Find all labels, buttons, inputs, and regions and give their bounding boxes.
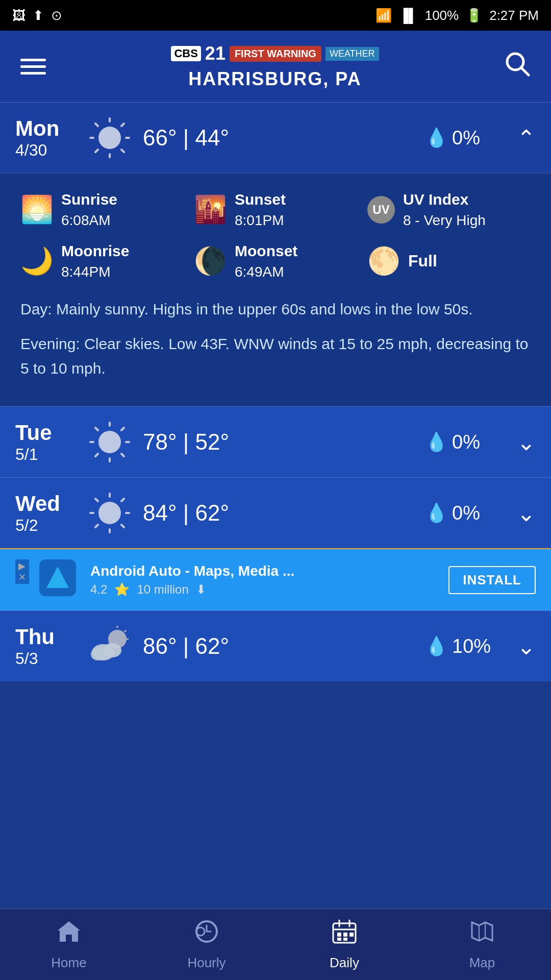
day-row-tuesday[interactable]: Tue 5/1 78° | 52° 💧 0% ⌄ [0,406,551,477]
sun-moon-grid: 🌅 Sunrise 6:08AM 🌇 Sunset 8:01PM UV UV I… [20,189,531,282]
nav-home[interactable]: Home [0,909,138,980]
menu-line-1 [20,59,46,61]
nav-daily[interactable]: Daily [276,909,413,980]
chevron-tuesday[interactable]: ⌄ [517,429,536,455]
ad-downloads: 10 million [137,582,188,597]
sunrise-icon: 🌅 [20,194,53,225]
evening-description: Evening: Clear skies. Low 43F. WNW winds… [20,332,531,381]
svg-line-18 [121,428,124,430]
day-label-wednesday: Wed 5/2 [15,492,77,535]
map-icon [469,918,495,951]
svg-line-10 [95,150,98,152]
weather-icon-thursday [87,623,133,669]
sunset-time: 8:01PM [235,210,286,230]
sync-icon: ⊙ [51,8,62,23]
precip-value-tuesday: 0% [452,431,480,453]
drop-icon-wednesday: 💧 [425,502,448,524]
svg-rect-48 [337,938,341,941]
temps-wednesday: 84° | 62° [143,500,415,526]
city-name: HARRISBURG, PA [188,68,361,90]
weather-icon-tuesday [87,419,133,465]
svg-line-1 [521,68,529,75]
nav-map-label: Map [469,955,495,971]
weather-icon-wednesday [87,490,133,536]
day-details-monday: 🌅 Sunrise 6:08AM 🌇 Sunset 8:01PM UV UV I… [0,173,551,406]
time-display: 2:27 PM [489,8,539,23]
svg-point-37 [91,648,105,660]
day-name-tuesday: Tue [15,421,77,445]
menu-line-2 [20,65,46,68]
moonrise-icon: 🌙 [20,246,53,277]
ad-title: Android Auto - Maps, Media ... [90,563,438,579]
search-button[interactable] [504,51,531,83]
day-date-thursday: 5/3 [15,649,77,668]
day-date-tuesday: 5/1 [15,445,77,464]
precip-value-monday: 0% [452,127,480,149]
photo-icon: 🖼 [12,8,26,23]
svg-line-27 [121,499,124,501]
svg-line-17 [121,454,124,456]
uv-item: UV UV Index 8 - Very High [367,189,531,230]
moonrise-item: 🌙 Moonrise 8:44PM [20,240,184,282]
status-bar: 🖼 ⬆ ⊙ 📶 ▐▌ 100% 🔋 2:27 PM [0,0,551,31]
svg-line-7 [95,124,98,126]
battery-text: 100% [425,8,459,23]
high-temp-thursday: 86° [143,633,177,658]
menu-button[interactable] [20,59,46,75]
temp-separator: | [183,125,195,150]
day-desc-text: Day: Mainly sunny. Highs in the upper 60… [20,297,531,322]
svg-point-20 [98,502,121,524]
moonset-icon: 🌘 [194,246,227,277]
svg-line-28 [95,525,98,527]
precip-value-thursday: 10% [452,635,491,657]
svg-marker-38 [58,921,80,942]
precip-wednesday: 💧 0% [425,502,507,524]
day-row-wednesday[interactable]: Wed 5/2 84° | 62° 💧 0% ⌄ [0,477,551,548]
channel-number: 21 [205,43,226,64]
temps-tuesday: 78° | 52° [143,429,415,455]
precip-tuesday: 💧 0% [425,431,507,453]
low-temp-monday: 44° [195,125,229,150]
chevron-monday[interactable]: ⌃ [517,125,536,151]
ad-sub: 4.2 ⭐ 10 million ⬇ [90,582,438,597]
ad-info: Android Auto - Maps, Media ... 4.2 ⭐ 10 … [90,563,438,597]
day-label-thursday: Thu 5/3 [15,625,77,668]
high-temp-wednesday: 84° [143,500,177,525]
drop-icon-monday: 💧 [425,127,448,149]
temps-monday: 66° | 44° [143,125,415,151]
precip-monday: 💧 0% [425,127,507,149]
moon-phase-item: 🌕 Full [367,240,531,282]
logo-badge: CBS 21 FIRST WARNING WEATHER [171,43,379,64]
precip-value-wednesday: 0% [452,502,480,524]
day-row-monday[interactable]: Mon 4/30 66° | 44° 💧 0% ⌃ [0,102,551,173]
day-description: Day: Mainly sunny. Highs in the upper 60… [20,297,531,322]
nav-hourly[interactable]: Hourly [138,909,276,980]
svg-line-25 [95,499,98,501]
day-name-wednesday: Wed [15,492,77,516]
svg-line-9 [121,124,124,126]
hourly-icon [193,918,220,951]
nav-map[interactable]: Map [413,909,551,980]
download-icon: ⬇ [196,582,206,597]
ad-banner[interactable]: ▶✕ Android Auto - Maps, Media ... 4.2 ⭐ … [0,548,551,610]
svg-point-36 [103,643,121,657]
high-temp-monday: 66° [143,125,177,150]
daily-icon [331,918,358,951]
svg-point-11 [98,431,121,453]
temps-thursday: 86° | 62° [143,633,415,659]
chevron-thursday[interactable]: ⌄ [517,633,536,659]
chevron-wednesday[interactable]: ⌄ [517,500,536,526]
sunrise-time: 6:08AM [61,210,117,230]
svg-marker-50 [472,922,492,941]
temp-sep-thu: | [183,633,195,658]
day-date-wednesday: 5/2 [15,516,77,535]
bottom-spacer [0,681,551,753]
day-row-thursday[interactable]: Thu 5/3 86° | 62° 💧 10% ⌄ [0,610,551,681]
bottom-navigation: Home Hourly Daily [0,909,551,980]
ad-label: ▶✕ [15,559,29,584]
sunset-item: 🌇 Sunset 8:01PM [194,189,357,230]
first-warning-logo: FIRST WARNING [230,46,321,62]
day-label-tuesday: Tue 5/1 [15,421,77,464]
svg-point-40 [196,927,205,936]
install-button[interactable]: INSTALL [448,566,536,594]
